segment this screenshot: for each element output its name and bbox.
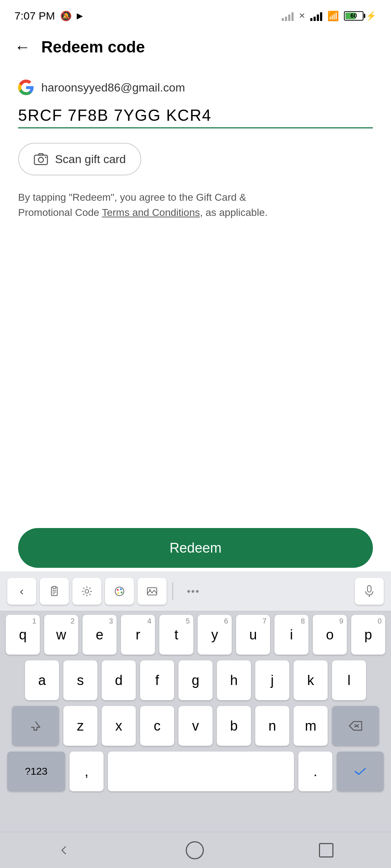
terms-link[interactable]: Terms and Conditions: [102, 207, 200, 218]
key-x[interactable]: x: [102, 706, 136, 746]
code-input-container[interactable]: [18, 106, 373, 128]
nav-recent-button[interactable]: [319, 843, 333, 858]
keyboard-row-3: z x c v b n m: [4, 706, 387, 746]
key-b[interactable]: b: [217, 706, 251, 746]
key-o[interactable]: 9o: [313, 615, 347, 655]
svg-point-10: [117, 589, 119, 591]
key-h[interactable]: h: [217, 660, 251, 700]
space-key[interactable]: [108, 752, 294, 791]
status-right-area: ✕ 📶 60 ⚡: [282, 10, 377, 22]
svg-rect-4: [53, 586, 56, 588]
key-i[interactable]: 8i: [274, 615, 308, 655]
terms-text: By tapping "Redeem", you agree to the Gi…: [18, 190, 373, 220]
key-f[interactable]: f: [140, 660, 174, 700]
svg-point-15: [149, 589, 151, 591]
comma-key-label: ,: [85, 764, 89, 779]
nav-home-circle: [186, 841, 204, 859]
charging-icon: ⚡: [366, 11, 377, 21]
keyboard-back-button[interactable]: ‹: [7, 578, 36, 605]
backspace-key[interactable]: [332, 706, 379, 746]
nav-bar: [0, 832, 391, 868]
nav-recent-square: [319, 843, 333, 858]
scan-button-label: Scan gift card: [55, 153, 126, 166]
svg-rect-0: [34, 155, 47, 165]
key-s[interactable]: s: [63, 660, 97, 700]
google-g-logo: [18, 80, 34, 95]
symbol-key[interactable]: ?123: [7, 752, 65, 791]
status-bar: 7:07 PM 🔕 ▶ ✕ 📶 60 ⚡: [0, 0, 391, 29]
mute-icon: 🔕: [60, 10, 72, 22]
signal-icon-1: [282, 11, 294, 21]
top-bar: ← Redeem code: [0, 29, 391, 65]
symbol-key-label: ?123: [25, 766, 47, 777]
svg-point-2: [45, 157, 46, 158]
keyboard-bottom-row: ?123 , .: [4, 752, 387, 797]
key-j[interactable]: j: [255, 660, 289, 700]
scan-gift-card-button[interactable]: Scan gift card: [18, 143, 141, 175]
nav-home-button[interactable]: [186, 841, 204, 859]
terms-text-2: Promotional Code: [18, 207, 102, 218]
keyboard-toolbar: ‹ •••: [0, 571, 391, 611]
key-v[interactable]: v: [178, 706, 213, 746]
code-input[interactable]: [18, 106, 373, 124]
key-l[interactable]: l: [332, 660, 366, 700]
key-q[interactable]: 1q: [6, 615, 40, 655]
key-d[interactable]: d: [102, 660, 136, 700]
svg-rect-16: [367, 586, 371, 592]
back-button[interactable]: ←: [14, 39, 30, 55]
key-g[interactable]: g: [178, 660, 213, 700]
signal-icon-2: [310, 11, 322, 21]
redeem-button[interactable]: Redeem: [18, 528, 373, 568]
keyboard: ‹ ••• 1q 2w 3e 4r 5t 6y 7u: [0, 571, 391, 868]
account-row: haroonsyyed86@gmail.com: [18, 80, 373, 95]
account-email: haroonsyyed86@gmail.com: [41, 81, 185, 94]
key-m[interactable]: m: [294, 706, 328, 746]
status-time-area: 7:07 PM 🔕 ▶: [14, 10, 83, 22]
shift-key[interactable]: [12, 706, 59, 746]
keyboard-mic-button[interactable]: [355, 578, 384, 605]
keyboard-palette-button[interactable]: [105, 578, 134, 605]
key-z[interactable]: z: [63, 706, 97, 746]
key-w[interactable]: 2w: [44, 615, 78, 655]
time-display: 7:07 PM: [14, 10, 55, 22]
svg-point-8: [85, 590, 89, 593]
keyboard-more-button[interactable]: •••: [179, 578, 208, 605]
comma-key[interactable]: ,: [70, 752, 104, 791]
key-a[interactable]: a: [25, 660, 59, 700]
battery-icon: 60: [344, 11, 363, 21]
svg-point-12: [121, 591, 123, 593]
keyboard-row-2: a s d f g h j k l: [4, 660, 387, 700]
svg-point-9: [115, 587, 124, 596]
camera-icon: [33, 152, 49, 167]
enter-key[interactable]: [337, 752, 384, 791]
content-area: haroonsyyed86@gmail.com Scan gift card B…: [0, 65, 391, 235]
svg-point-11: [120, 588, 122, 590]
signal-x-icon: ✕: [299, 11, 305, 21]
keyboard-image-button[interactable]: [138, 578, 167, 605]
key-p[interactable]: 0p: [351, 615, 385, 655]
page-title: Redeem code: [41, 38, 145, 56]
keyboard-row-1: 1q 2w 3e 4r 5t 6y 7u 8i 9o 0p: [4, 615, 387, 655]
key-r[interactable]: 4r: [121, 615, 155, 655]
battery-area: 60 ⚡: [344, 11, 377, 21]
keyboard-settings-button[interactable]: [72, 578, 101, 605]
period-key-label: .: [314, 764, 318, 779]
nav-back-button[interactable]: [58, 844, 71, 857]
svg-point-13: [118, 592, 119, 594]
keyboard-separator: [172, 582, 173, 600]
key-u[interactable]: 7u: [236, 615, 270, 655]
terms-text-3: , as applicable.: [200, 207, 268, 218]
wifi-icon: 📶: [327, 10, 339, 22]
key-e[interactable]: 3e: [83, 615, 117, 655]
key-n[interactable]: n: [255, 706, 289, 746]
battery-percent: 60: [350, 13, 357, 19]
key-c[interactable]: c: [140, 706, 174, 746]
key-y[interactable]: 6y: [198, 615, 232, 655]
svg-point-1: [38, 157, 43, 162]
play-icon: ▶: [77, 11, 83, 21]
key-t[interactable]: 5t: [159, 615, 193, 655]
period-key[interactable]: .: [298, 752, 332, 791]
terms-text-1: By tapping "Redeem", you agree to the Gi…: [18, 192, 246, 203]
keyboard-clipboard-button[interactable]: [40, 578, 69, 605]
key-k[interactable]: k: [294, 660, 328, 700]
